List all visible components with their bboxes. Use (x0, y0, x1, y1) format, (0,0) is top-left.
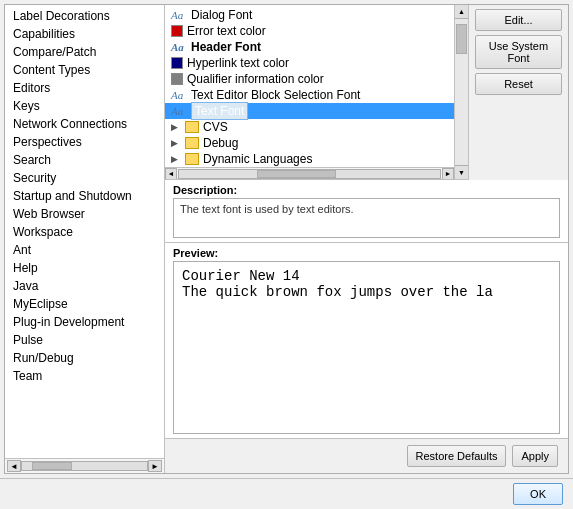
preview-label: Preview: (173, 247, 560, 259)
description-section: Description: The text font is used by te… (165, 180, 568, 243)
preview-section: Preview: Courier New 14 The quick brown … (165, 243, 568, 438)
sidebar-item-help[interactable]: Help (5, 259, 164, 277)
color-swatch (171, 73, 183, 85)
sidebar-item-capabilities[interactable]: Capabilities (5, 25, 164, 43)
tree-item-debug[interactable]: ▶Debug (165, 135, 454, 151)
sidebar-item-keys[interactable]: Keys (5, 97, 164, 115)
use-system-font-button[interactable]: Use System Font (475, 35, 562, 69)
scroll-track[interactable] (21, 461, 148, 471)
sidebar-item-search[interactable]: Search (5, 151, 164, 169)
tree-item-label: Hyperlink text color (187, 56, 289, 70)
tree-item-cvs[interactable]: ▶CVS (165, 119, 454, 135)
reset-button[interactable]: Reset (475, 73, 562, 95)
tree-panel: AaDialog FontError text colorAaHeader Fo… (165, 5, 454, 180)
scroll-right-arrow[interactable]: ► (148, 460, 162, 472)
tree-hscroll-left[interactable]: ◄ (165, 168, 177, 180)
sidebar-item-plug-in-development[interactable]: Plug-in Development (5, 313, 164, 331)
sidebar-item-team[interactable]: Team (5, 367, 164, 385)
tree-item-hyperlink-text-color[interactable]: Hyperlink text color (165, 55, 454, 71)
font-aa-icon: Aa (171, 89, 187, 101)
font-aa-icon: Aa (171, 9, 187, 21)
bottom-bar: Restore Defaults Apply (165, 438, 568, 473)
color-swatch (171, 25, 183, 37)
tree-item-label: Dialog Font (191, 8, 252, 22)
folder-icon (185, 121, 199, 133)
description-text: The text font is used by text editors. (173, 198, 560, 238)
expand-arrow-icon: ▶ (171, 138, 183, 148)
preview-box: Courier New 14 The quick brown fox jumps… (173, 261, 560, 434)
tree-item-text-font[interactable]: AaText Font (165, 103, 454, 119)
tree-item-qualifier-information-color[interactable]: Qualifier information color (165, 71, 454, 87)
preview-line2: The quick brown fox jumps over the la (182, 284, 551, 300)
sidebar-horizontal-scrollbar: ◄ ► (5, 458, 164, 473)
sidebar-item-ant[interactable]: Ant (5, 241, 164, 259)
scroll-left-arrow[interactable]: ◄ (7, 460, 21, 472)
description-label: Description: (173, 184, 560, 196)
folder-icon (185, 153, 199, 165)
tree-hscroll-track[interactable] (178, 169, 441, 179)
sidebar-item-workspace[interactable]: Workspace (5, 223, 164, 241)
preview-line1: Courier New 14 (182, 268, 551, 284)
color-swatch (171, 57, 183, 69)
sidebar-item-compare/patch[interactable]: Compare/Patch (5, 43, 164, 61)
vscroll-down[interactable]: ▼ (455, 165, 468, 179)
restore-defaults-button[interactable]: Restore Defaults (407, 445, 507, 467)
sidebar-item-myeclipse[interactable]: MyEclipse (5, 295, 164, 313)
action-buttons: Edit... Use System Font Reset (468, 5, 568, 180)
tree-item-label: Qualifier information color (187, 72, 324, 86)
sidebar-item-editors[interactable]: Editors (5, 79, 164, 97)
tree-item-dynamic-languages[interactable]: ▶Dynamic Languages (165, 151, 454, 167)
tree-item-label: Text Editor Block Selection Font (191, 88, 360, 102)
content-area: AaDialog FontError text colorAaHeader Fo… (165, 5, 568, 473)
tree-hscroll-right[interactable]: ► (442, 168, 454, 180)
tree-item-label: Error text color (187, 24, 266, 38)
edit-button[interactable]: Edit... (475, 9, 562, 31)
sidebar-item-perspectives[interactable]: Perspectives (5, 133, 164, 151)
vscroll-track[interactable] (455, 19, 468, 165)
tree-item-label: Dynamic Languages (203, 152, 312, 166)
tree-scroll-area[interactable]: AaDialog FontError text colorAaHeader Fo… (165, 5, 454, 167)
tree-horizontal-scrollbar: ◄ ► (165, 167, 454, 179)
apply-button[interactable]: Apply (512, 445, 558, 467)
sidebar-item-pulse[interactable]: Pulse (5, 331, 164, 349)
sidebar-item-java[interactable]: Java (5, 277, 164, 295)
tree-item-label: CVS (203, 120, 228, 134)
top-area: AaDialog FontError text colorAaHeader Fo… (165, 5, 568, 180)
vscroll-up[interactable]: ▲ (455, 5, 468, 19)
tree-vertical-scrollbar: ▲ ▼ (454, 5, 468, 180)
tree-item-header-font[interactable]: AaHeader Font (165, 39, 454, 55)
scroll-thumb (32, 462, 72, 470)
tree-item-text-editor-block-selection-font[interactable]: AaText Editor Block Selection Font (165, 87, 454, 103)
tree-item-error-text-color[interactable]: Error text color (165, 23, 454, 39)
font-aa-icon: Aa (171, 41, 187, 53)
tree-hscroll-thumb (257, 170, 335, 178)
folder-icon (185, 137, 199, 149)
sidebar-item-run/debug[interactable]: Run/Debug (5, 349, 164, 367)
sidebar: Label DecorationsCapabilitiesCompare/Pat… (5, 5, 165, 458)
vscroll-thumb (456, 24, 467, 54)
expand-arrow-icon: ▶ (171, 122, 183, 132)
sidebar-item-label-decorations[interactable]: Label Decorations (5, 7, 164, 25)
tree-item-label: Header Font (191, 40, 261, 54)
sidebar-item-startup-and-shutdown[interactable]: Startup and Shutdown (5, 187, 164, 205)
ok-bar: OK (0, 478, 573, 509)
font-aa-icon: Aa (171, 105, 187, 117)
sidebar-item-security[interactable]: Security (5, 169, 164, 187)
ok-button[interactable]: OK (513, 483, 563, 505)
tree-item-label: Text Font (191, 104, 248, 118)
sidebar-item-web-browser[interactable]: Web Browser (5, 205, 164, 223)
sidebar-item-network-connections[interactable]: Network Connections (5, 115, 164, 133)
tree-item-label: Debug (203, 136, 238, 150)
tree-item-dialog-font[interactable]: AaDialog Font (165, 7, 454, 23)
expand-arrow-icon: ▶ (171, 154, 183, 164)
sidebar-item-content-types[interactable]: Content Types (5, 61, 164, 79)
